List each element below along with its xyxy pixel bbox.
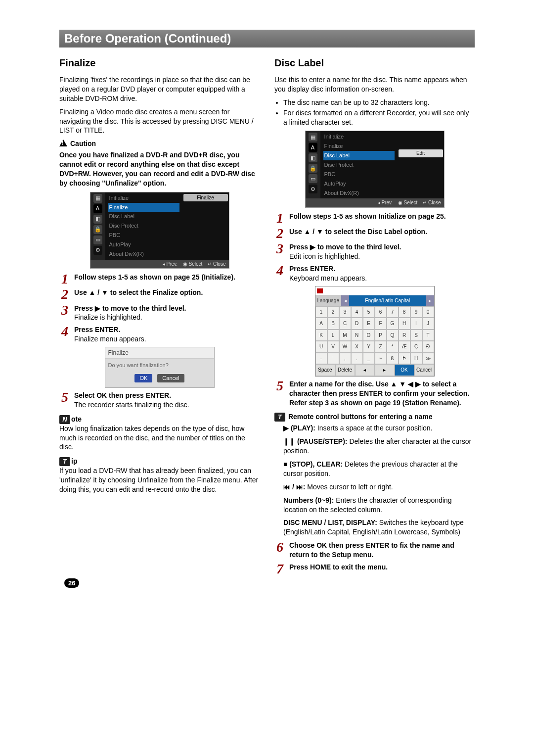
kb-bottom-key: Space [315,364,335,376]
left-step-1: Follow steps 1-5 as shown on page 25 (In… [74,273,260,282]
kb-key: ~ [375,353,387,365]
left-step-5b: Select OK then press ENTER. [74,391,171,399]
kb-key: T [422,330,434,341]
kb-key: 5 [363,306,375,318]
kb-key: _ [363,353,375,365]
kb-key: U [315,341,327,353]
finalize-confirm-screenshot: Finalize Do you want finalization? OK Ca… [105,347,215,388]
step-number-4: 4 [59,325,70,337]
right-step-7: Press HOME to exit the menu. [289,563,475,572]
kb-key: Z [375,341,387,353]
finalize-intro-1: Finalizing 'fixes' the recordings in pla… [59,75,260,103]
kb-key: 2 [327,306,339,318]
step-number-3: 3 [59,304,70,316]
kb-key: J [422,318,434,330]
left-step-2: Use ▲ / ▼ to select the Finalize option. [74,288,260,297]
kb-key: 9 [410,306,422,318]
menu-item: Disc Protect [323,160,395,170]
kb-bottom-key: Delete [335,364,355,376]
caution-icon [59,140,67,146]
kb-key: G [387,318,399,330]
rc-pause: ❙❙ (PAUSE/STEP): Deletes the after chara… [274,437,475,456]
kb-key: V [327,341,339,353]
rc-play: ▶ (PLAY): Inserts a space at the cursor … [274,424,475,433]
kb-key: L [327,330,339,341]
step-number-7: 7 [274,563,285,575]
caution-text: Once you have finalized a DVD-R and DVD+… [59,150,260,188]
keyboard-screenshot: Language ◂ English/Latin Capital ▸ 12345… [315,286,435,377]
kb-key: P [375,330,387,341]
finalize-intro-2: Finalizing a Video mode disc creates a m… [59,107,260,136]
step-number-6: 6 [274,541,285,553]
right-column: Disc Label Use this to enter a name for … [274,56,475,578]
finalize-cancel-button: Cancel [157,374,184,382]
step-number-1: 1 [59,273,70,285]
rc-stop: ■ (STOP), CLEAR: Deletes the previous ch… [274,460,475,478]
kb-key: Đ [422,341,434,353]
kb-key: 0 [422,306,434,318]
tip-text: If you load a DVD-RW that has already be… [59,466,260,494]
menu-item: About DivX(R) [108,249,179,259]
right-step-2: Use ▲ / ▼ to select the Disc Label optio… [289,227,475,236]
left-step-3b: Press ▶ to move to the third level. [74,304,186,312]
kb-key: Þ [399,353,410,365]
right-step-5: Enter a name for the disc. Use ▲ ▼ ◀ ▶ t… [289,379,475,408]
kb-left-arrow: ◂ [341,295,349,306]
note-icon: N [59,415,70,424]
step-number-2: 2 [274,227,285,239]
right-step-3n: Edit icon is highlighted. [289,252,360,260]
kb-key: . [351,353,363,365]
kb-key: ß [387,353,399,365]
kb-right-arrow: ▸ [426,295,434,306]
kb-key: 3 [339,306,351,318]
footer-close: ↵ Close [208,261,225,267]
menu-item: PBC [108,231,179,240]
kb-key: R [399,330,410,341]
menu-item-selected: Disc Label [323,151,395,160]
keyboard-logo-icon [317,288,323,293]
note-text: How long finalization takes depends on t… [59,424,260,452]
kb-key: , [339,353,351,365]
step-number-5: 5 [274,379,285,392]
kb-lang-value: English/Latin Capital [349,295,426,306]
kb-key: F [375,318,387,330]
finalize-dialog-title: Finalize [105,347,214,359]
menu-item: AutoPlay [108,240,179,249]
kb-bottom-key: ▸ [375,364,395,376]
menu-item: About DivX(R) [323,189,395,198]
tip-label: ip [71,457,77,465]
tip-icon: T [59,457,70,466]
rc-skip: ⏮ / ⏭: Moves cursor to left or right. [274,482,475,492]
note-label: ote [71,415,82,423]
kb-key: D [351,318,363,330]
right-pill: Finalize [183,194,228,202]
kb-key: W [339,341,351,353]
disclabel-bullet-2: For discs formatted on a different Recor… [283,108,475,127]
kb-key: N [351,330,363,341]
kb-bottom-key: OK [395,364,414,376]
footer-select: ◉ Select [183,261,203,267]
disclabel-menu-screenshot: ▦A◧🔒▭⚙ Initialize Finalize Disc Label Di… [305,131,445,207]
kb-key: O [363,330,375,341]
rc-discmenu: DISC MENU / LIST, DISPLAY: Switches the … [274,518,475,537]
tip-icon: T [274,413,285,422]
menu-item: Finalize [323,142,395,151]
menu-item: PBC [323,170,395,179]
left-step-4n: Finalize menu appears. [74,335,146,343]
left-column: Finalize Finalizing 'fixes' the recordin… [59,56,260,578]
section-title: Before Operation (Continued) [59,30,475,47]
disclabel-intro: Use this to enter a name for the disc. T… [274,75,475,94]
footer-prev: ◂ Prev. [163,261,178,267]
kb-key: * [387,341,399,353]
finalize-heading: Finalize [59,56,260,71]
rc-numbers: Numbers (0~9): Enters the character of c… [274,496,475,515]
kb-key: E [363,318,375,330]
kb-key: 8 [399,306,410,318]
finalize-dialog-question: Do you want finalization? [108,362,211,369]
kb-key: Y [363,341,375,353]
kb-key: Ç [410,341,422,353]
right-step-4b: Press ENTER. [289,265,335,273]
step-number-1: 1 [274,212,285,224]
kb-key: 6 [375,306,387,318]
step-number-5: 5 [59,391,70,403]
